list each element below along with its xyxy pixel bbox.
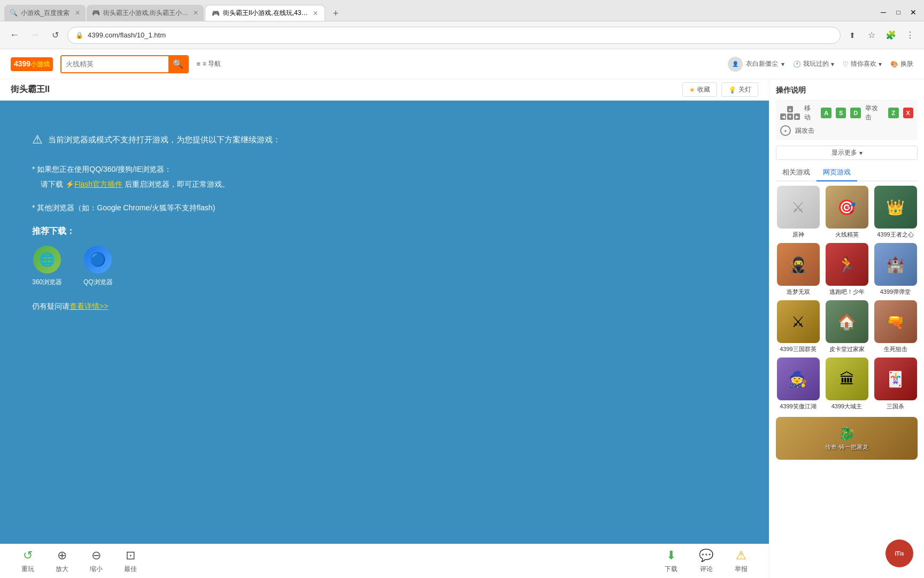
game-thumb: 👑 — [874, 186, 917, 229]
tab-baidu[interactable]: 🔍 小游戏_百度搜索 ✕ — [4, 5, 86, 21]
address-bar[interactable]: 🔒 4399.com/flash/10_1.htm — [67, 27, 841, 44]
toolbar-comment[interactable]: 💬 评论 — [699, 549, 713, 574]
back-button[interactable]: ← — [6, 27, 22, 43]
search-button[interactable]: 🔍 — [168, 56, 188, 72]
reload-button[interactable]: ↺ — [47, 27, 63, 43]
browser-360-icon: 🌐 — [33, 246, 61, 273]
new-tab-button[interactable]: + — [328, 6, 343, 21]
itis-icon[interactable]: iTis — [886, 539, 913, 567]
minimize-button[interactable]: ─ — [877, 6, 890, 19]
list-item[interactable]: 👑 4399王者之心 — [873, 186, 918, 239]
avatar: 👤 — [728, 57, 743, 72]
toolbar-replay[interactable]: ↺ 重玩 — [21, 549, 34, 574]
ad-banner[interactable]: 🐉 传奇·铸一把屠龙 — [776, 417, 918, 460]
browser-360-option[interactable]: 🌐 360浏览器 — [32, 246, 62, 287]
game-name: 4399弹弹堂 — [880, 288, 911, 296]
guess-like[interactable]: ♡ 猜你喜欢 ▾ — [843, 59, 882, 69]
key-a: A — [821, 108, 831, 118]
my-games-label: 我玩过的 — [803, 59, 829, 69]
share-button[interactable]: ⬆ — [845, 28, 860, 43]
contact-link[interactable]: 查看详情>> — [70, 302, 108, 310]
list-item[interactable]: 🏛 4399大城主 — [825, 358, 869, 410]
search-box: 🔍 — [60, 55, 189, 73]
bookmark-button[interactable]: ☆ — [864, 28, 879, 43]
tab-close-baidu[interactable]: ✕ — [75, 9, 80, 17]
browser-tab-bar: 🔍 小游戏_百度搜索 ✕ 🎮 街头霸王小游戏,街头霸王小游戏... ✕ 🎮 街头… — [0, 0, 924, 21]
flash-icon: ⚡ — [65, 180, 74, 188]
browser-qq-option[interactable]: 🔵 QQ浏览器 — [83, 246, 113, 287]
list-item[interactable]: 🏠 皮卡堂过家家 — [825, 300, 869, 353]
address-text: 4399.com/flash/10_1.htm — [88, 31, 166, 39]
toolbar-report[interactable]: ⚠ 举报 — [735, 549, 748, 574]
flash-message-box: ⚠ 当前浏览器或模式不支持打开游戏，为您提供以下方案继续游戏： * 如果您正在使… — [32, 133, 281, 311]
game-name: 造梦无双 — [787, 288, 810, 296]
game-name: 皮卡堂过家家 — [829, 345, 865, 353]
game-name: 逃跑吧！少年 — [829, 288, 865, 296]
extensions-button[interactable]: 🧩 — [883, 28, 898, 43]
list-item[interactable]: 🥷 造梦无双 — [776, 243, 820, 296]
game-title-bar: 街头霸王II ★ 收藏 💡 关灯 — [0, 79, 769, 101]
best-icon: ⊡ — [126, 549, 135, 562]
browser-options: 🌐 360浏览器 🔵 QQ浏览器 — [32, 246, 281, 287]
site-logo[interactable]: 4399小游戏 — [11, 57, 53, 71]
tab-close-2[interactable]: ✕ — [313, 10, 318, 17]
game-name: 4399笑傲江湖 — [780, 402, 816, 410]
list-item[interactable]: 🧙 4399笑傲江湖 — [776, 358, 820, 410]
nav-menu-icon: ≡ — [196, 60, 201, 68]
browser-qq-label: QQ浏览器 — [83, 278, 113, 287]
flash-section1-intro: * 如果您正在使用QQ/360/搜狗/IE浏览器： — [32, 162, 281, 177]
game-thumb: 🏠 — [826, 300, 868, 343]
game-name: 4399王者之心 — [877, 231, 913, 239]
list-item[interactable]: ⚔ 4399三国群英 — [776, 300, 820, 353]
list-item[interactable]: 🃏 三国杀 — [873, 358, 918, 410]
close-window-button[interactable]: ✕ — [907, 6, 920, 19]
lights-off-button[interactable]: 💡 关灯 — [721, 82, 758, 97]
toolbar-best[interactable]: ⊡ 最佳 — [124, 549, 137, 574]
search-input[interactable] — [61, 56, 168, 72]
game-thumb: 🧙 — [777, 358, 820, 400]
show-more-button[interactable]: 显示更多 ▾ — [776, 146, 918, 160]
forward-button[interactable]: → — [27, 27, 43, 43]
list-item[interactable]: ⚔ 原神 — [776, 186, 820, 239]
game-thumb: 🎯 — [826, 186, 868, 229]
nav-menu[interactable]: ≡ ≡ 导航 — [196, 59, 221, 69]
report-label: 举报 — [735, 565, 748, 574]
game-name: 三国杀 — [887, 402, 904, 410]
secure-icon: 🔒 — [75, 32, 83, 39]
tab-4399-2[interactable]: 🎮 街头霸王II小游戏,在线玩,4399小... ✕ — [205, 5, 325, 21]
download-suffix: 后重启浏览器，即可正常游戏。 — [122, 180, 229, 188]
logo-text-sub: 小游戏 — [30, 60, 50, 68]
skin-change[interactable]: 🎨 换肤 — [890, 59, 913, 69]
maximize-button[interactable]: □ — [892, 6, 905, 19]
sidebar-tabs: 相关游戏 网页游戏 — [776, 164, 918, 181]
tab-web-games[interactable]: 网页游戏 — [817, 164, 857, 181]
zoom-out-label: 缩小 — [90, 565, 103, 574]
key-d: D — [850, 108, 861, 118]
flash-section-1: * 如果您正在使用QQ/360/搜狗/IE浏览器： 请下载 ⚡Flash官方插件… — [32, 162, 281, 192]
game-thumb: 🃏 — [874, 358, 917, 400]
toolbar-download[interactable]: ⬇ 下载 — [665, 549, 677, 574]
tab-label-baidu: 小游戏_百度搜索 — [21, 9, 70, 18]
user-profile[interactable]: 👤 衣白新僵尘 ▾ — [728, 57, 784, 72]
controls-row-move: ▲ ◀ ▼ ▶ 移动 A S D 举攻击 Z X — [780, 104, 913, 122]
left-arrow-key: ◀ — [780, 113, 786, 120]
list-item[interactable]: 🏰 4399弹弹堂 — [873, 243, 918, 296]
collect-button[interactable]: ★ 收藏 — [682, 82, 717, 97]
tab-4399-1[interactable]: 🎮 街头霸王小游戏,街头霸王小游戏... ✕ — [87, 5, 204, 21]
my-games[interactable]: 🕐 我玩过的 ▾ — [793, 59, 834, 69]
itis-label: iTis — [895, 551, 904, 557]
tab-close-1[interactable]: ✕ — [193, 9, 198, 17]
game-name: 原神 — [792, 231, 804, 239]
list-item[interactable]: 🎯 火线精英 — [825, 186, 869, 239]
list-item[interactable]: 🔫 生死狙击 — [873, 300, 918, 353]
tab-related-games[interactable]: 相关游戏 — [776, 164, 817, 181]
flash-link[interactable]: Flash官方插件 — [74, 180, 122, 188]
tab-favicon-baidu: 🔍 — [10, 9, 18, 17]
flash-warning-text: 当前浏览器或模式不支持打开游戏，为您提供以下方案继续游戏： — [48, 135, 281, 145]
comment-label: 评论 — [700, 565, 713, 574]
zoom-in-label: 放大 — [56, 565, 68, 574]
list-item[interactable]: 🏃 逃跑吧！少年 — [825, 243, 869, 296]
menu-button[interactable]: ⋮ — [903, 28, 918, 43]
toolbar-zoom-in[interactable]: ⊕ 放大 — [56, 549, 68, 574]
toolbar-zoom-out[interactable]: ⊖ 缩小 — [90, 549, 103, 574]
